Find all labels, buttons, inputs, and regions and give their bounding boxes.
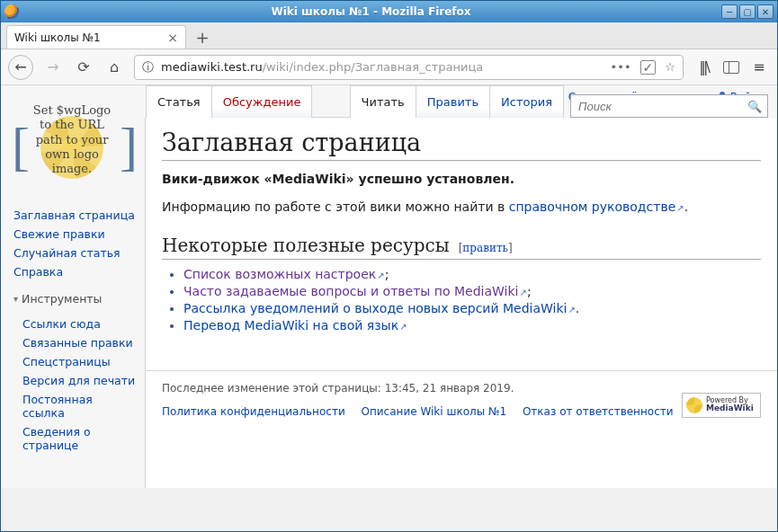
edit-section-link[interactable]: править (462, 242, 508, 254)
page-footer: Последнее изменение этой страницы: 13:45… (146, 370, 777, 429)
install-success-text: Вики-движок «MediaWiki» успешно установл… (162, 172, 514, 186)
external-link-icon: ↗ (676, 203, 684, 213)
sidebar-tool-item[interactable]: Версия для печати (22, 371, 136, 390)
wiki-content: Статья Обсуждение Читать Править История… (145, 118, 777, 531)
tab-history[interactable]: История (489, 85, 564, 118)
browser-tab[interactable]: Wiki школы №1 × (6, 25, 186, 49)
search-input[interactable] (577, 99, 747, 114)
logo-line: path to your (36, 133, 109, 146)
logo-line: own logo (45, 147, 99, 161)
sidebar-tool-item[interactable]: Сведения о странице (22, 422, 136, 455)
minimize-button[interactable]: ─ (721, 4, 738, 19)
menu-icon[interactable]: ≡ (748, 57, 770, 78)
resource-item: Часто задаваемые вопросы и ответы по Med… (183, 284, 761, 298)
tab-read[interactable]: Читать (350, 85, 416, 118)
resource-link[interactable]: Рассылка уведомлений о выходе новых верс… (183, 301, 567, 315)
tab-title: Wiki школы №1 (14, 31, 101, 44)
info-paragraph: Информацию по работе с этой вики можно н… (162, 198, 761, 217)
powered-by-mediawiki[interactable]: Powered ByMediaWiki (682, 393, 761, 418)
search-icon[interactable]: 🔍 (747, 100, 762, 113)
resource-link[interactable]: Перевод MediaWiki на свой язык (183, 318, 398, 332)
titlebar: Wiki школы №1 - Mozilla Firefox ─ ▢ ✕ (1, 1, 777, 22)
wiki-logo[interactable]: [ ] Set $wgLogo to the URL path to your … (13, 98, 130, 197)
firefox-window: Wiki школы №1 - Mozilla Firefox ─ ▢ ✕ Wi… (0, 0, 778, 532)
site-info-icon[interactable]: ⓘ (142, 59, 154, 75)
sidebar-nav-item[interactable]: Свежие правки (13, 225, 136, 244)
sidebar-nav-item[interactable]: Случайная статья (13, 244, 136, 262)
home-button[interactable]: ⌂ (103, 57, 125, 78)
browser-viewport: Создать учётную запись Войти [ ] Set $wg… (1, 85, 777, 531)
url-text: mediawiki.test.ru/wiki/index.php/Заглавн… (161, 60, 483, 74)
footer-about-link[interactable]: Описание Wiki школы №1 (362, 405, 507, 418)
sidebar-tool-item[interactable]: Ссылки сюда (22, 315, 136, 333)
external-link-icon: ↗ (568, 305, 575, 315)
window-title: Wiki школы №1 - Mozilla Firefox (22, 5, 720, 18)
tab-talk[interactable]: Обсуждение (211, 85, 313, 118)
sidebar-tool-item[interactable]: Постоянная ссылка (22, 390, 136, 422)
resource-list: Список возможных настроек↗;Часто задавае… (183, 267, 761, 332)
resource-item: Рассылка уведомлений о выходе новых верс… (183, 301, 761, 315)
sidebar-nav: Заглавная страницаСвежие правкиСлучайная… (13, 206, 136, 281)
edit-section: [править] (459, 242, 513, 254)
lastmod-text: Последнее изменение этой страницы: 13:45… (162, 382, 761, 395)
new-tab-button[interactable]: + (190, 25, 215, 49)
external-link-icon: ↗ (377, 270, 384, 280)
sidebar-tool-item[interactable]: Связанные правки (22, 333, 136, 352)
sidebar-tools-heading[interactable]: Инструменты (13, 292, 136, 306)
resource-link[interactable]: Список возможных настроек (183, 267, 376, 281)
forward-button[interactable]: → (42, 57, 64, 78)
url-bar[interactable]: ⓘ mediawiki.test.ru/wiki/index.php/Загла… (134, 55, 684, 80)
sidebar-tool-item[interactable]: Спецстраницы (22, 352, 136, 371)
reload-button[interactable]: ⟳ (73, 57, 94, 78)
tab-close-icon[interactable]: × (167, 31, 178, 45)
resource-item: Список возможных настроек↗; (183, 267, 761, 281)
sidebar-nav-item[interactable]: Заглавная страница (13, 206, 136, 225)
logo-line: Set $wgLogo (33, 103, 111, 117)
resource-item: Перевод MediaWiki на свой язык↗ (183, 318, 761, 332)
sidebar-nav-item[interactable]: Справка (13, 262, 136, 281)
close-window-button[interactable]: ✕ (757, 4, 774, 19)
mediawiki-flower-icon (686, 397, 702, 413)
reader-mode-icon[interactable]: ✓ (640, 60, 657, 75)
sidebar-tools: Ссылки сюдаСвязанные правкиСпецстраницыВ… (13, 315, 136, 455)
resource-link[interactable]: Часто задаваемые вопросы и ответы по Med… (183, 284, 519, 298)
logo-line: image. (52, 162, 92, 175)
page-title: Заглавная страница (162, 129, 761, 161)
logo-line: to the URL (40, 118, 104, 131)
tab-edit[interactable]: Править (416, 85, 490, 118)
resources-heading: Некоторые полезные ресурсы [править] (162, 235, 761, 260)
sidebar-toggle-icon[interactable] (723, 61, 739, 74)
tabstrip: Wiki школы №1 × + (1, 22, 777, 49)
footer-privacy-link[interactable]: Политика конфиденциальности (162, 405, 345, 418)
library-icon[interactable]: |||\ (693, 57, 714, 78)
article-body: Заглавная страница Вики-движок «MediaWik… (146, 118, 777, 358)
tab-article[interactable]: Статья (146, 85, 212, 118)
external-link-icon: ↗ (520, 288, 527, 297)
bookmark-star-icon[interactable]: ☆ (665, 60, 675, 74)
manual-link[interactable]: справочном руководстве (509, 200, 676, 214)
back-button[interactable]: ← (8, 55, 33, 80)
page-tabs: Статья Обсуждение Читать Править История… (146, 85, 777, 118)
wiki-search[interactable]: 🔍 (570, 94, 768, 118)
footer-disclaimer-link[interactable]: Отказ от ответственности (523, 405, 674, 418)
firefox-icon (4, 4, 19, 19)
page-actions-icon[interactable]: ••• (611, 60, 631, 74)
nav-toolbar: ← → ⟳ ⌂ ⓘ mediawiki.test.ru/wiki/index.p… (1, 49, 777, 85)
maximize-button[interactable]: ▢ (739, 4, 756, 19)
wiki-sidebar: [ ] Set $wgLogo to the URL path to your … (1, 85, 145, 531)
external-link-icon: ↗ (399, 322, 407, 332)
